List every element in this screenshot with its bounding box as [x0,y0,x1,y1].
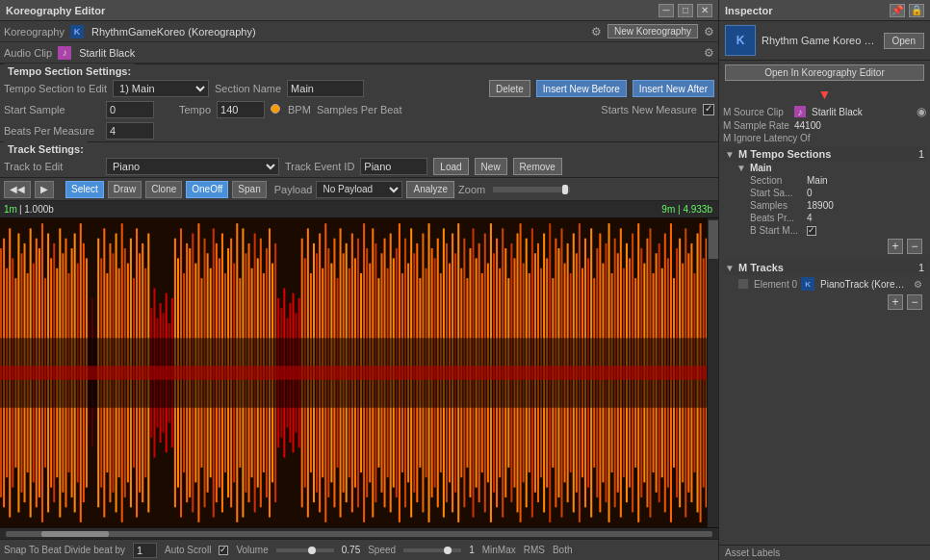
insert-before-button[interactable]: Insert New Before [536,80,627,97]
track-edit-row: Track to Edit Piano Track Event ID Load … [0,156,718,177]
koreography-icon: K [70,25,84,38]
inspector-panel: Inspector 📌 🔒 K Rhythm Game Koreo (Koreo… [718,0,930,560]
bottom-toolbar: Snap To Beat Divide beat by Auto Scroll … [0,539,718,560]
delete-button[interactable]: Delete [489,80,530,97]
volume-slider[interactable] [276,548,334,552]
new-track-button[interactable]: New [475,158,507,175]
beats-per-measure-input[interactable] [106,122,154,140]
koreography-extra-icon[interactable]: ⚙ [704,25,714,38]
main-subsection-header[interactable]: ▼ Main [735,162,926,174]
beats-pr-field: Beats Pr... 4 [735,212,926,224]
play-button[interactable]: ▶ [35,181,54,198]
arrow-indicator: ▼ [719,85,930,104]
waveform-svg [0,218,718,527]
rms-label: RMS [524,545,545,555]
b-start-m-label: B Start M... [750,225,803,236]
minimize-button[interactable]: ─ [659,4,674,17]
object-icon: K [725,25,756,56]
load-button[interactable]: Load [433,158,468,175]
insert-after-button[interactable]: Insert New After [633,80,714,97]
inspector-header-controls[interactable]: 📌 🔒 [890,4,924,17]
tempo-section-label: Tempo Section to Edit [4,83,107,94]
speed-slider[interactable] [403,548,461,552]
both-label: Both [553,545,573,555]
span-button[interactable]: Span [232,181,266,198]
tempo-section-row: Tempo Section to Edit 1) Main Section Na… [0,78,718,99]
tempo-sections-header[interactable]: ▼ M Tempo Sections 1 [723,146,926,162]
ignore-latency-field: M Ignore Latency Of [719,132,930,144]
sample-rate-value: 44100 [794,120,926,131]
remove-track-button[interactable]: − [907,294,922,310]
start-sample-input[interactable] [106,101,154,118]
ruler-marker: 1m [4,204,17,215]
ruler-time: 9m | 4.933b [661,204,712,215]
track-event-id-input[interactable] [360,158,427,175]
track-element: Element 0 K PianoTrack (Koreogra... ⚙ [723,275,926,293]
tempo-input[interactable] [217,101,265,118]
source-clip-field: M Source Clip ♪ Starlit Black ◉ [719,104,930,119]
remove-tempo-section-button[interactable]: − [907,239,922,254]
auto-scroll-checkbox[interactable] [219,546,228,555]
b-start-m-checkbox[interactable] [807,226,816,236]
starts-new-measure-label: Starts New Measure [601,104,697,115]
horizontal-scrollbar[interactable] [0,527,718,539]
audio-settings-icon[interactable]: ⚙ [704,46,714,60]
add-tempo-section-button[interactable]: + [888,239,903,254]
title-bar: Koreography Editor ─ □ ✕ [0,0,718,21]
window-controls[interactable]: ─ □ ✕ [659,4,712,17]
samples-label: Samples [750,200,803,211]
track-visibility-checkbox[interactable] [738,279,748,289]
tempo-section-select[interactable]: 1) Main [113,80,209,97]
select-button[interactable]: Select [65,181,104,198]
start-sample-label: Start Sample [4,104,100,115]
track-settings-header: Track Settings: [4,141,88,157]
tempo-sections-section: ▼ M Tempo Sections 1 ▼ Main Section Main… [723,146,926,256]
starts-new-measure-checkbox[interactable] [703,104,714,115]
tracks-section: ▼ M Tracks 1 Element 0 K PianoTrack (Kor… [723,260,926,312]
inspector-pin-button[interactable]: 📌 [890,4,905,17]
asset-labels: Asset Labels [719,545,930,560]
music-icon: ♪ [794,106,806,117]
payload-select[interactable]: No Payload [316,181,402,198]
tracks-section-header[interactable]: ▼ M Tracks 1 [723,260,926,275]
section-name-label: Section Name [215,83,281,94]
open-in-editor-button[interactable]: Open In Koreography Editor [725,64,924,81]
analyze-button[interactable]: Analyze [406,181,454,198]
inspector-header: Inspector 📌 🔒 [719,0,930,21]
draw-button[interactable]: Draw [108,181,142,198]
payload-label: Payload [274,184,313,195]
section-field: Section Main [735,174,926,187]
inspector-title: Inspector [725,5,773,16]
snap-value-input[interactable] [133,543,157,558]
track-to-edit-select[interactable]: Piano [106,158,279,175]
start-sa-label: Start Sa... [750,188,803,198]
waveform-display[interactable] [0,218,718,527]
speed-label: Speed [368,545,396,555]
source-clip-select-button[interactable]: ◉ [917,105,926,118]
track-k-icon: K [801,277,814,291]
maximize-button[interactable]: □ [678,4,693,17]
samples-per-beat-label: Samples Per Beat [317,104,402,115]
open-button[interactable]: Open [884,33,924,49]
samples-value: 18900 [807,200,834,211]
start-sa-value: 0 [807,188,813,198]
close-button[interactable]: ✕ [697,4,712,17]
object-name: Rhythm Game Koreo (Koreogra... [762,35,878,46]
main-subsection-title: Main [750,163,772,173]
inspector-lock-button[interactable]: 🔒 [909,4,924,17]
add-track-button[interactable]: + [888,294,903,310]
track-name: PianoTrack (Koreogra... [820,279,910,290]
remove-track-button[interactable]: Remove [513,158,562,175]
one-off-button[interactable]: OneOff [186,181,228,198]
auto-scroll-label: Auto Scroll [165,545,211,555]
clone-button[interactable]: Clone [145,181,182,198]
section-name-input[interactable] [287,80,364,97]
source-clip-label: M Source Clip [723,107,790,117]
koreography-settings-icon[interactable]: ⚙ [591,25,602,38]
editor-title: Koreography Editor [6,5,105,16]
ignore-latency-label: M Ignore Latency Of [723,133,839,143]
minmax-label: MinMax [482,545,516,555]
rewind-button[interactable]: ◀◀ [4,181,31,198]
track-settings-button[interactable]: ⚙ [914,279,922,290]
new-koreography-button[interactable]: New Koreography [607,24,698,38]
